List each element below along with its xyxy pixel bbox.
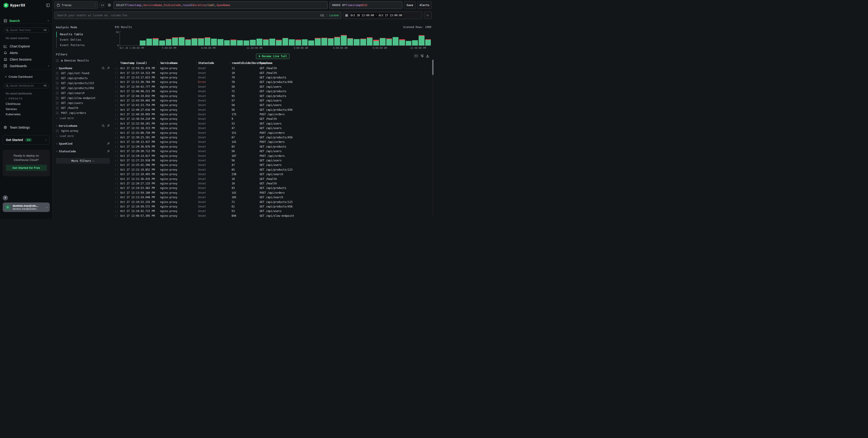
row-expand-icon[interactable]: ›: [115, 210, 117, 213]
row-expand-icon[interactable]: ›: [115, 76, 117, 79]
row-expand-icon[interactable]: ›: [115, 200, 117, 203]
sidebar-item-client-sessions[interactable]: Client Sessions: [0, 56, 53, 62]
table-row[interactable]: ›Oct 27 12:32:08.750 PMnginx-proxyUnset1…: [115, 130, 431, 135]
checkbox[interactable]: [56, 130, 59, 132]
filter-pin-icon[interactable]: [107, 124, 110, 127]
checkbox[interactable]: [56, 112, 59, 114]
text-wrap-icon[interactable]: [421, 55, 424, 57]
table-row[interactable]: ›Oct 27 12:41:23.754 PMnginx-proxyUnset5…: [115, 103, 431, 107]
table-row[interactable]: ›Oct 27 12:08:57.305 PMnginx-proxyUnset6…: [115, 213, 431, 218]
table-row[interactable]: ›Oct 27 12:29:36.876 PMnginx-proxyUnset6…: [115, 144, 431, 149]
table-row[interactable]: ›Oct 27 12:40:20.093 PMnginx-proxyUnset1…: [115, 112, 431, 116]
table-row[interactable]: ›Oct 27 12:25:42.306 PMnginx-proxyUnset4…: [115, 163, 431, 167]
sidebar-item-alerts[interactable]: Alerts: [0, 50, 53, 56]
filter-pin-icon[interactable]: [107, 67, 110, 70]
sidebar-item-dashboards[interactable]: Dashboards ›: [0, 63, 53, 69]
row-expand-icon[interactable]: ›: [115, 164, 117, 167]
row-expand-icon[interactable]: ›: [115, 81, 117, 83]
row-expand-icon[interactable]: ›: [115, 145, 117, 148]
row-expand-icon[interactable]: ›: [115, 159, 117, 162]
row-expand-icon[interactable]: ›: [115, 191, 117, 194]
select-query-input[interactable]: SELECT Timestamp,ServiceName,StatusCode,…: [114, 1, 328, 9]
row-expand-icon[interactable]: ›: [115, 214, 117, 217]
filter-section-statuscode[interactable]: ›StatusCode: [56, 149, 110, 153]
table-row[interactable]: ›Oct 27 12:53:17.623 PMnginx-proxyUnset7…: [115, 75, 431, 80]
row-expand-icon[interactable]: ›: [115, 196, 117, 199]
filter-search-icon[interactable]: [102, 124, 105, 127]
table-row[interactable]: ›Oct 27 12:50:42.777 PMnginx-proxyUnset5…: [115, 85, 431, 89]
checkbox[interactable]: [56, 77, 59, 79]
presets-section-toggle[interactable]: › PRESETS: [6, 97, 23, 100]
row-expand-icon[interactable]: ›: [115, 177, 117, 180]
table-row[interactable]: ›Oct 27 12:32:18.313 PMnginx-proxyUnset4…: [115, 126, 431, 130]
column-header-servicename[interactable]: ServiceName: [158, 62, 196, 65]
checkbox[interactable]: [56, 97, 59, 99]
preset-item-services[interactable]: Services: [6, 107, 17, 111]
table-row[interactable]: ›Oct 27 12:21:36.435 PMnginx-proxyUnset1…: [115, 176, 431, 181]
save-button[interactable]: Save: [404, 1, 415, 9]
sidebar-item-chart-explorer[interactable]: Chart Explorer: [0, 43, 53, 49]
table-row[interactable]: ›Oct 27 12:40:27.016 PMnginx-proxyUnset5…: [115, 108, 431, 112]
column-header-spanname[interactable]: SpanName: [258, 62, 431, 65]
filter-search-icon[interactable]: [102, 67, 105, 70]
chevron-up-icon[interactable]: ›: [47, 66, 50, 66]
table-row[interactable]: ›Oct 27 12:46:08.221 PMnginx-proxyUnset7…: [115, 89, 431, 94]
column-header-duration[interactable]: round(divide(Duration,: [230, 62, 258, 65]
row-expand-icon[interactable]: ›: [115, 136, 117, 139]
row-expand-icon[interactable]: ›: [115, 113, 117, 116]
row-expand-icon[interactable]: ›: [115, 90, 117, 93]
row-expand-icon[interactable]: ›: [115, 85, 117, 88]
table-row[interactable]: ›Oct 27 12:43:59.465 PMnginx-proxyUnset5…: [115, 98, 431, 103]
download-icon[interactable]: [426, 55, 429, 58]
row-expand-icon[interactable]: ›: [115, 187, 117, 190]
filter-value-row[interactable]: GET /api/products: [56, 77, 110, 80]
histogram-plot[interactable]: [120, 31, 431, 46]
resume-live-tail-button[interactable]: Resume Live Tail: [256, 54, 289, 59]
filter-pin-icon[interactable]: [107, 142, 110, 145]
table-row[interactable]: ›Oct 27 12:10:50.572 PMnginx-proxyUnset6…: [115, 204, 431, 209]
checkbox[interactable]: [56, 82, 59, 85]
view-source-icon[interactable]: [414, 54, 418, 58]
checkbox[interactable]: [56, 72, 59, 75]
sidebar-item-team-settings[interactable]: Team Settings: [0, 124, 53, 130]
row-expand-icon[interactable]: ›: [115, 71, 117, 74]
sidebar-item-search[interactable]: Search ›: [0, 18, 53, 24]
date-range-picker[interactable]: Oct 26 13:00:00 - Oct 27 13:00:00: [343, 11, 422, 19]
table-row[interactable]: ›Oct 27 12:10:42.713 PMnginx-proxyUnset5…: [115, 209, 431, 213]
row-expand-icon[interactable]: ›: [115, 67, 117, 70]
table-row[interactable]: ›Oct 27 12:30:23.261 PMnginx-proxyUnset6…: [115, 135, 431, 140]
row-expand-icon[interactable]: ›: [115, 168, 117, 171]
filter-value-row[interactable]: GET /api/search: [56, 92, 110, 95]
table-row[interactable]: ›Oct 27 12:13:24.048 PMnginx-proxyUnset1…: [115, 195, 431, 200]
scrollbar-thumb[interactable]: [432, 60, 434, 75]
checkbox[interactable]: [56, 87, 59, 90]
analysis-mode-results-table[interactable]: Results Table: [57, 32, 110, 37]
user-menu[interactable]: D dominic.tran@clic... dominic.tran@clic…: [3, 202, 50, 212]
table-row[interactable]: ›Oct 27 12:29:14.817 PMnginx-proxyUnset1…: [115, 154, 431, 158]
load-more-button[interactable]: ›Load more: [56, 116, 110, 120]
run-query-button[interactable]: ▷: [424, 11, 432, 19]
row-expand-icon[interactable]: ›: [115, 104, 117, 107]
alerts-button[interactable]: Alerts: [417, 1, 432, 9]
denoise-results-toggle[interactable]: ◍ Denoise Results: [56, 59, 110, 62]
checkbox[interactable]: [56, 107, 59, 109]
filter-value-row[interactable]: GET /api/users: [56, 101, 110, 105]
order-by-input[interactable]: ORDER BY Timestamp DESC: [330, 1, 402, 9]
row-expand-icon[interactable]: ›: [115, 141, 117, 143]
code-toggle-icon[interactable]: [100, 2, 105, 8]
preset-item-clickhouse[interactable]: ClickHouse: [6, 102, 21, 106]
filter-value-row[interactable]: GET /api/slow-endpoint: [56, 97, 110, 100]
table-row[interactable]: ›Oct 27 12:59:35.478 PMnginx-proxyUnset1…: [115, 66, 431, 70]
get-started-toggle[interactable]: Get Started 3/3 ›: [3, 135, 50, 145]
table-row[interactable]: ›Oct 27 12:51:36.784 PMnginx-proxyError7…: [115, 80, 431, 84]
row-expand-icon[interactable]: ›: [115, 131, 117, 134]
table-row[interactable]: ›Oct 27 12:30:13.437 PMnginx-proxyUnset1…: [115, 140, 431, 144]
checkbox[interactable]: [56, 92, 59, 95]
analysis-mode-event-deltas[interactable]: Event Deltas: [57, 37, 110, 42]
sidebar-collapse-icon[interactable]: [46, 4, 50, 7]
column-header-timestamp[interactable]: Timestamp (Local): [120, 62, 158, 65]
source-select[interactable]: Traces ⌃⌄: [55, 1, 98, 9]
table-row[interactable]: ›Oct 27 12:22:19.852 PMnginx-proxyUnset6…: [115, 167, 431, 172]
table-row[interactable]: ›Oct 27 12:57:14.313 PMnginx-proxyUnset1…: [115, 70, 431, 75]
chevron-up-icon[interactable]: ›: [46, 20, 50, 22]
